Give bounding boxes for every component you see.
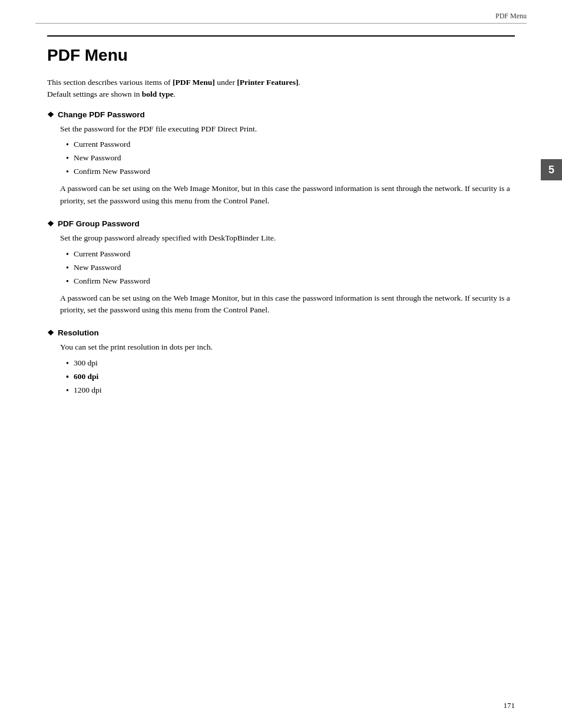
list-item: Confirm New Password xyxy=(66,275,515,288)
bullet-item-confirm-new-password-2: Confirm New Password xyxy=(74,275,150,287)
section-resolution: ❖ Resolution You can set the print resol… xyxy=(47,328,515,397)
list-item: New Password xyxy=(66,152,515,164)
section-title-change-pdf-password: Change PDF Password xyxy=(58,110,145,119)
bullet-item-600dpi: 600 dpi xyxy=(74,371,98,383)
bullet-item-new-password-2: New Password xyxy=(74,262,121,274)
section-desc-change-pdf-password: Set the password for the PDF file execut… xyxy=(60,123,515,136)
bullet-list-change-pdf-password: Current Password New Password Confirm Ne… xyxy=(66,139,515,178)
intro-line1-prefix: This section describes various items of xyxy=(47,78,173,87)
intro-line1: This section describes various items of … xyxy=(47,77,515,88)
list-item: Confirm New Password xyxy=(66,166,515,178)
bullet-list-pdf-group-password: Current Password New Password Confirm Ne… xyxy=(66,248,515,288)
section-desc-pdf-group-password: Set the group password already specified… xyxy=(60,232,515,245)
intro-line1-suffix: . xyxy=(298,78,300,87)
intro-bold-type: bold type xyxy=(142,90,174,98)
list-item: Current Password xyxy=(66,139,515,151)
section-change-pdf-password: ❖ Change PDF Password Set the password f… xyxy=(47,110,515,207)
bullet-list-resolution: 300 dpi 600 dpi 1200 dpi xyxy=(66,357,515,397)
section-note-pdf-group-password: A password can be set using on the Web I… xyxy=(60,292,515,317)
intro-line2-suffix: . xyxy=(173,90,175,98)
diamond-bullet-3: ❖ xyxy=(47,328,54,337)
section-body-pdf-group-password: Set the group password already specified… xyxy=(60,232,515,317)
intro-line1-middle: under xyxy=(215,78,237,87)
bullet-item-current-password-1: Current Password xyxy=(74,139,130,150)
list-item: 1200 dpi xyxy=(66,384,515,397)
section-body-resolution: You can set the print resolution in dots… xyxy=(60,341,515,397)
header-title: PDF Menu xyxy=(495,12,527,20)
section-note-change-pdf-password: A password can be set using on the Web I… xyxy=(60,183,515,207)
chapter-tab: 5 xyxy=(541,159,562,180)
bullet-item-confirm-new-password-1: Confirm New Password xyxy=(74,166,150,177)
page-header: PDF Menu xyxy=(35,12,527,24)
main-content: PDF Menu This section describes various … xyxy=(47,24,515,409)
bullet-item-current-password-2: Current Password xyxy=(74,248,130,260)
page-container: PDF Menu 5 PDF Menu This section describ… xyxy=(0,0,562,728)
bullet-item-new-password-1: New Password xyxy=(74,152,121,164)
intro-printer-features: [Printer Features] xyxy=(237,78,298,87)
page-number: 171 xyxy=(504,701,515,710)
section-heading-change-pdf-password: ❖ Change PDF Password xyxy=(47,110,515,119)
intro-pdf-menu: [PDF Menu] xyxy=(173,78,215,87)
chapter-number: 5 xyxy=(548,164,554,176)
section-heading-pdf-group-password: ❖ PDF Group Password xyxy=(47,219,515,228)
intro-line2-prefix: Default settings are shown in xyxy=(47,90,142,98)
list-item: Current Password xyxy=(66,248,515,261)
list-item: New Password xyxy=(66,262,515,274)
diamond-bullet-2: ❖ xyxy=(47,219,54,228)
section-desc-resolution: You can set the print resolution in dots… xyxy=(60,341,515,354)
section-heading-resolution: ❖ Resolution xyxy=(47,328,515,337)
section-pdf-group-password: ❖ PDF Group Password Set the group passw… xyxy=(47,219,515,317)
list-item: 300 dpi xyxy=(66,357,515,370)
section-title-resolution: Resolution xyxy=(58,328,99,337)
intro-line2: Default settings are shown in bold type. xyxy=(47,88,515,100)
bullet-item-1200dpi: 1200 dpi xyxy=(74,384,102,396)
page-title: PDF Menu xyxy=(47,35,515,65)
list-item: 600 dpi xyxy=(66,371,515,383)
diamond-bullet-1: ❖ xyxy=(47,110,54,119)
section-title-pdf-group-password: PDF Group Password xyxy=(58,219,140,228)
intro-paragraph: This section describes various items of … xyxy=(47,77,515,101)
bullet-item-300dpi: 300 dpi xyxy=(74,357,98,369)
section-body-change-pdf-password: Set the password for the PDF file execut… xyxy=(60,123,515,207)
